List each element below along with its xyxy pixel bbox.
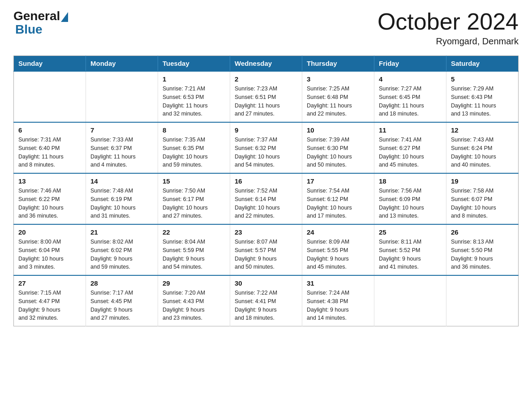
- calendar-day-cell: 17Sunrise: 7:54 AM Sunset: 6:12 PM Dayli…: [302, 173, 374, 224]
- calendar-day-cell: 13Sunrise: 7:46 AM Sunset: 6:22 PM Dayli…: [14, 173, 86, 224]
- calendar-day-cell: 9Sunrise: 7:37 AM Sunset: 6:32 PM Daylig…: [230, 122, 302, 173]
- day-number: 8: [163, 126, 225, 134]
- day-number: 9: [235, 126, 297, 134]
- calendar-day-cell: 14Sunrise: 7:48 AM Sunset: 6:19 PM Dayli…: [86, 173, 158, 224]
- day-info: Sunrise: 7:41 AM Sunset: 6:27 PM Dayligh…: [379, 136, 442, 169]
- month-title: October 2024: [378, 9, 519, 34]
- day-number: 4: [379, 75, 442, 83]
- calendar-header-row: SundayMondayTuesdayWednesdayThursdayFrid…: [14, 56, 519, 72]
- day-info: Sunrise: 7:46 AM Sunset: 6:22 PM Dayligh…: [18, 187, 81, 220]
- calendar-day-cell: 27Sunrise: 7:15 AM Sunset: 4:47 PM Dayli…: [14, 275, 86, 326]
- logo-arrow-icon: [61, 12, 68, 22]
- calendar-day-cell: [86, 71, 158, 122]
- calendar-day-cell: 4Sunrise: 7:27 AM Sunset: 6:45 PM Daylig…: [374, 71, 446, 122]
- calendar-day-cell: 19Sunrise: 7:58 AM Sunset: 6:07 PM Dayli…: [446, 173, 519, 224]
- day-number: 17: [307, 177, 369, 185]
- day-info: Sunrise: 7:35 AM Sunset: 6:35 PM Dayligh…: [163, 136, 225, 169]
- calendar-day-cell: 1Sunrise: 7:21 AM Sunset: 6:53 PM Daylig…: [158, 71, 230, 122]
- calendar-day-header: Tuesday: [158, 56, 230, 72]
- title-area: October 2024 Ryomgard, Denmark: [378, 9, 519, 47]
- calendar-day-cell: 6Sunrise: 7:31 AM Sunset: 6:40 PM Daylig…: [14, 122, 86, 173]
- calendar-day-cell: 25Sunrise: 8:11 AM Sunset: 5:52 PM Dayli…: [374, 224, 446, 275]
- calendar-table: SundayMondayTuesdayWednesdayThursdayFrid…: [13, 56, 519, 326]
- calendar-day-cell: 28Sunrise: 7:17 AM Sunset: 4:45 PM Dayli…: [86, 275, 158, 326]
- day-info: Sunrise: 7:20 AM Sunset: 4:43 PM Dayligh…: [163, 289, 225, 322]
- calendar-day-cell: 18Sunrise: 7:56 AM Sunset: 6:09 PM Dayli…: [374, 173, 446, 224]
- day-info: Sunrise: 7:52 AM Sunset: 6:14 PM Dayligh…: [235, 187, 297, 220]
- calendar-day-cell: 26Sunrise: 8:13 AM Sunset: 5:50 PM Dayli…: [446, 224, 519, 275]
- day-info: Sunrise: 7:17 AM Sunset: 4:45 PM Dayligh…: [90, 289, 153, 322]
- day-info: Sunrise: 8:02 AM Sunset: 6:02 PM Dayligh…: [90, 238, 153, 271]
- logo-general-text: General: [13, 9, 60, 23]
- calendar-day-cell: [14, 71, 86, 122]
- calendar-day-cell: 16Sunrise: 7:52 AM Sunset: 6:14 PM Dayli…: [230, 173, 302, 224]
- day-number: 12: [451, 126, 514, 134]
- day-number: 29: [163, 279, 225, 287]
- calendar-day-cell: 30Sunrise: 7:22 AM Sunset: 4:41 PM Dayli…: [230, 275, 302, 326]
- logo: General Blue: [13, 9, 68, 37]
- day-number: 23: [235, 228, 297, 236]
- day-number: 27: [18, 279, 81, 287]
- page-header: General Blue October 2024 Ryomgard, Denm…: [13, 9, 519, 47]
- calendar-day-cell: 2Sunrise: 7:23 AM Sunset: 6:51 PM Daylig…: [230, 71, 302, 122]
- day-info: Sunrise: 8:07 AM Sunset: 5:57 PM Dayligh…: [235, 238, 297, 271]
- calendar-day-cell: 31Sunrise: 7:24 AM Sunset: 4:38 PM Dayli…: [302, 275, 374, 326]
- day-info: Sunrise: 8:11 AM Sunset: 5:52 PM Dayligh…: [379, 238, 442, 271]
- calendar-day-header: Sunday: [14, 56, 86, 72]
- day-number: 30: [235, 279, 297, 287]
- day-number: 11: [379, 126, 442, 134]
- calendar-week-row: 27Sunrise: 7:15 AM Sunset: 4:47 PM Dayli…: [14, 275, 519, 326]
- day-number: 7: [90, 126, 153, 134]
- calendar-day-cell: 22Sunrise: 8:04 AM Sunset: 5:59 PM Dayli…: [158, 224, 230, 275]
- day-number: 2: [235, 75, 297, 83]
- calendar-day-cell: 3Sunrise: 7:25 AM Sunset: 6:48 PM Daylig…: [302, 71, 374, 122]
- day-number: 26: [451, 228, 514, 236]
- day-info: Sunrise: 7:27 AM Sunset: 6:45 PM Dayligh…: [379, 85, 442, 118]
- day-number: 24: [307, 228, 369, 236]
- calendar-day-cell: [374, 275, 446, 326]
- calendar-day-cell: 20Sunrise: 8:00 AM Sunset: 6:04 PM Dayli…: [14, 224, 86, 275]
- calendar-week-row: 6Sunrise: 7:31 AM Sunset: 6:40 PM Daylig…: [14, 122, 519, 173]
- day-number: 6: [18, 126, 81, 134]
- calendar-day-cell: 24Sunrise: 8:09 AM Sunset: 5:55 PM Dayli…: [302, 224, 374, 275]
- day-info: Sunrise: 8:13 AM Sunset: 5:50 PM Dayligh…: [451, 238, 514, 271]
- calendar-day-header: Thursday: [302, 56, 374, 72]
- day-info: Sunrise: 7:33 AM Sunset: 6:37 PM Dayligh…: [90, 136, 153, 169]
- day-number: 25: [379, 228, 442, 236]
- calendar-week-row: 1Sunrise: 7:21 AM Sunset: 6:53 PM Daylig…: [14, 71, 519, 122]
- calendar-day-header: Friday: [374, 56, 446, 72]
- day-info: Sunrise: 7:48 AM Sunset: 6:19 PM Dayligh…: [90, 187, 153, 220]
- day-info: Sunrise: 7:39 AM Sunset: 6:30 PM Dayligh…: [307, 136, 369, 169]
- day-number: 21: [90, 228, 153, 236]
- day-number: 18: [379, 177, 442, 185]
- day-info: Sunrise: 7:50 AM Sunset: 6:17 PM Dayligh…: [163, 187, 225, 220]
- day-info: Sunrise: 8:00 AM Sunset: 6:04 PM Dayligh…: [18, 238, 81, 271]
- day-info: Sunrise: 7:22 AM Sunset: 4:41 PM Dayligh…: [235, 289, 297, 322]
- calendar-day-cell: 21Sunrise: 8:02 AM Sunset: 6:02 PM Dayli…: [86, 224, 158, 275]
- day-info: Sunrise: 8:09 AM Sunset: 5:55 PM Dayligh…: [307, 238, 369, 271]
- day-info: Sunrise: 7:31 AM Sunset: 6:40 PM Dayligh…: [18, 136, 81, 169]
- logo-blue-text: Blue: [13, 22, 43, 37]
- location: Ryomgard, Denmark: [378, 36, 519, 47]
- calendar-day-cell: 10Sunrise: 7:39 AM Sunset: 6:30 PM Dayli…: [302, 122, 374, 173]
- day-info: Sunrise: 8:04 AM Sunset: 5:59 PM Dayligh…: [163, 238, 225, 271]
- day-number: 28: [90, 279, 153, 287]
- day-info: Sunrise: 7:43 AM Sunset: 6:24 PM Dayligh…: [451, 136, 514, 169]
- calendar-day-cell: 8Sunrise: 7:35 AM Sunset: 6:35 PM Daylig…: [158, 122, 230, 173]
- calendar-day-cell: 5Sunrise: 7:29 AM Sunset: 6:43 PM Daylig…: [446, 71, 519, 122]
- calendar-week-row: 13Sunrise: 7:46 AM Sunset: 6:22 PM Dayli…: [14, 173, 519, 224]
- day-number: 14: [90, 177, 153, 185]
- day-info: Sunrise: 7:15 AM Sunset: 4:47 PM Dayligh…: [18, 289, 81, 322]
- day-number: 19: [451, 177, 514, 185]
- day-info: Sunrise: 7:29 AM Sunset: 6:43 PM Dayligh…: [451, 85, 514, 118]
- day-number: 13: [18, 177, 81, 185]
- day-info: Sunrise: 7:56 AM Sunset: 6:09 PM Dayligh…: [379, 187, 442, 220]
- day-number: 3: [307, 75, 369, 83]
- calendar-day-header: Wednesday: [230, 56, 302, 72]
- calendar-week-row: 20Sunrise: 8:00 AM Sunset: 6:04 PM Dayli…: [14, 224, 519, 275]
- day-info: Sunrise: 7:25 AM Sunset: 6:48 PM Dayligh…: [307, 85, 369, 118]
- day-number: 16: [235, 177, 297, 185]
- day-info: Sunrise: 7:54 AM Sunset: 6:12 PM Dayligh…: [307, 187, 369, 220]
- calendar-day-cell: 12Sunrise: 7:43 AM Sunset: 6:24 PM Dayli…: [446, 122, 519, 173]
- day-number: 10: [307, 126, 369, 134]
